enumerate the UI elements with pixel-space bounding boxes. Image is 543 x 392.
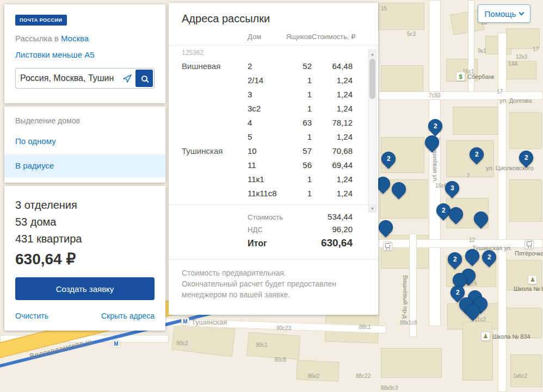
map-label: 90с23 <box>276 325 291 331</box>
map-label: 88к1с8 <box>400 320 417 326</box>
table-row[interactable]: 11к111,24 <box>182 172 357 186</box>
map-label: 17 <box>497 89 503 95</box>
leaflets-line: Листовки меньше A5 <box>15 50 155 60</box>
map-label: 9к1 <box>478 48 486 54</box>
map-building <box>381 348 442 378</box>
poi-label: Школа № 834 <box>492 333 530 340</box>
house-cell: 3 <box>248 90 281 99</box>
map-pin[interactable]: 3 <box>442 178 462 198</box>
scroll-down-arrow-icon[interactable]: ▼ <box>369 204 376 212</box>
selection-title: Выделение домов <box>4 116 165 125</box>
cost-cell: 69,44 <box>312 160 353 170</box>
cost-cell: 1,24 <box>312 104 353 113</box>
hide-addresses-link[interactable]: Скрыть адреса <box>101 312 155 320</box>
pin-count-label: 2 <box>442 207 446 214</box>
scroll-up-arrow-icon[interactable]: ▲ <box>369 50 376 58</box>
mailing-line: Рассылка в Москва <box>15 34 155 43</box>
table-row[interactable]: 2/1411,24 <box>182 73 357 87</box>
map-label: 12 <box>469 237 475 243</box>
map-label: 90с1 <box>256 342 268 348</box>
map-pin[interactable] <box>376 217 396 238</box>
total-amount: 630,64 <box>15 251 62 267</box>
street-cell: Вишневая <box>182 61 248 71</box>
map-building <box>509 179 542 222</box>
table-row[interactable]: Тушинская105770,68 <box>182 144 357 158</box>
table-row[interactable]: 46378,12 <box>182 115 357 129</box>
cart-icon <box>525 240 534 249</box>
cost-cell: 70,68 <box>312 146 353 155</box>
map-building <box>510 354 542 387</box>
geolocation-button[interactable] <box>121 72 134 85</box>
map-label: 14А <box>508 61 518 67</box>
cost-label: Стоимость <box>248 213 283 221</box>
bank-icon: $ <box>456 72 465 81</box>
table-row[interactable]: 11к11с811,24 <box>182 186 357 200</box>
house-cell: 11 <box>248 160 281 170</box>
boxes-cell: 1 <box>281 90 312 99</box>
table-scrollbar[interactable]: ▲ ▼ <box>368 49 377 213</box>
create-request-button[interactable]: Создать заявку <box>15 277 155 300</box>
summary-apartments: 431 квартира <box>15 231 155 247</box>
boxes-cell: 1 <box>281 104 312 113</box>
house-cell: 11к11с8 <box>248 189 281 198</box>
help-label: Помощь <box>485 9 516 18</box>
pin-count-label: 3 <box>451 184 454 192</box>
panel-title: Адреса рассылки <box>169 13 378 25</box>
cost-cell: 1,24 <box>312 76 353 85</box>
russian-post-logo[interactable]: ПОЧТА РОССИИ <box>15 15 67 26</box>
address-table-body: 125362 Вишневая25264,482/1411,24311,243с… <box>169 46 378 204</box>
map-building <box>446 140 494 177</box>
grand-total-label: Итог <box>248 239 267 248</box>
mailing-prefix-label: Рассылка в <box>15 34 59 43</box>
map-label: 86к2 <box>308 373 319 379</box>
map-label: 7с93 <box>429 92 441 98</box>
summary-houses: 53 дома <box>15 214 155 231</box>
cost-cell: 1,24 <box>312 132 353 141</box>
cost-column-header: Стоимость, ₽ <box>312 33 353 41</box>
map-building <box>247 332 301 360</box>
scrollbar-thumb[interactable] <box>369 59 375 99</box>
disclaimer-note: Стоимость предварительная. Окончательный… <box>169 259 378 300</box>
search-input[interactable] <box>17 73 121 83</box>
address-search-box <box>15 68 155 89</box>
table-row[interactable]: 311,24 <box>182 87 357 101</box>
table-row[interactable]: Вишневая25264,48 <box>182 59 357 73</box>
cart-glyph <box>385 245 390 248</box>
map-poi: $Сбербанк <box>456 72 494 81</box>
geolocation-arrow-icon <box>122 73 132 83</box>
map-label: 15 <box>381 5 387 11</box>
vat-row: НДС 96,20 <box>248 223 353 235</box>
pin-count-label: 2 <box>456 289 460 296</box>
summary-total-price: 630,64 ₽ <box>15 250 155 268</box>
boxes-cell: 1 <box>281 76 312 85</box>
map-label: 88с22 <box>356 373 371 379</box>
map-label: 90с2 <box>176 340 188 346</box>
totals-block: Стоимость 534,44 НДС 96,20 Итог 630,64 <box>169 204 378 256</box>
house-cell: 3с2 <box>248 104 281 113</box>
poi-label: Пятёрочка <box>515 250 543 257</box>
boxes-cell: 1 <box>281 175 312 184</box>
table-row[interactable]: 3с211,24 <box>182 101 357 115</box>
mode-single-option[interactable]: По одному <box>15 136 155 146</box>
boxes-cell: 63 <box>281 118 312 127</box>
map-building <box>509 112 542 149</box>
table-row[interactable]: 115669,44 <box>182 158 357 172</box>
poi-label: Сбербанк <box>467 73 494 80</box>
map-label: 88с1 <box>359 324 371 330</box>
search-button[interactable] <box>135 70 153 87</box>
summary-departments: 3 отделения <box>15 197 155 214</box>
house-cell: 2/14 <box>248 76 281 85</box>
leaflets-link[interactable]: Листовки меньше A5 <box>15 50 95 59</box>
boxes-column-header: Ящиков <box>281 33 312 41</box>
boxes-cell: 52 <box>281 61 312 71</box>
help-button[interactable]: Помощь <box>478 4 530 23</box>
clear-link[interactable]: Очистить <box>15 312 48 320</box>
mode-radius-option[interactable]: В радиусе <box>4 154 165 177</box>
cart-glyph <box>527 243 532 246</box>
table-row[interactable]: 511,24 <box>182 129 357 144</box>
metro-icon: М <box>112 340 120 348</box>
pin-count-label: 2 <box>525 154 528 161</box>
note-line-2: Окончательный расчет будет предоставлен … <box>182 278 359 300</box>
city-link[interactable]: Москва <box>61 34 89 43</box>
map-label: 17 <box>533 46 539 52</box>
